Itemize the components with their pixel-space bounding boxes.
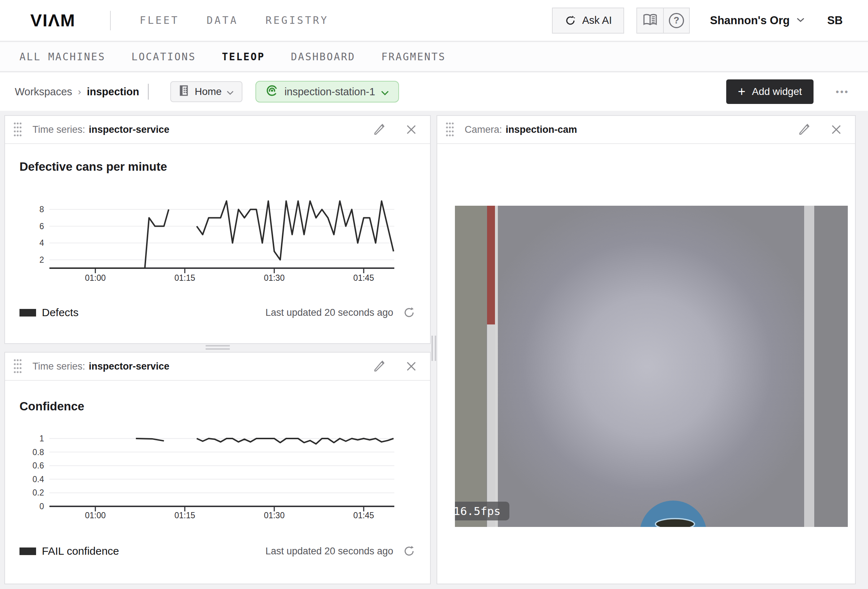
legend-swatch [19,548,36,555]
drag-handle-icon[interactable] [445,121,455,138]
confidence-line-chart: 00.20.40.60.8101:0001:1501:3001:45 [15,428,419,523]
widget-camera: Camera: inspection-cam 16.5fps [437,115,856,584]
tab-locations[interactable]: LOCATIONS [131,51,196,63]
book-icon [642,13,658,28]
camera-edge-line [495,206,498,527]
svg-text:0.4: 0.4 [32,475,44,484]
widget-resource-name: inspector-service [89,361,170,372]
user-avatar[interactable]: SB [827,14,843,27]
viam-logo: VIΛM [30,10,75,30]
camera-left-wall [455,206,487,527]
edit-pencil-icon[interactable] [373,360,385,373]
widget-type-label: Time series: [32,361,85,372]
widget-timeseries-defects: Time series: inspector-service Defective… [4,115,431,344]
workspace-toolbar: Workspaces › inspection Home i [0,73,868,111]
org-name: Shannon's Org [710,14,790,27]
svg-text:2: 2 [39,255,44,265]
plus-icon: + [738,85,745,98]
location-label: Home [195,86,222,98]
docs-button[interactable] [637,8,663,33]
horizontal-resize-handle[interactable] [206,345,230,350]
breadcrumb-workspaces[interactable]: Workspaces [15,86,72,98]
machine-name: inspection-station-1 [284,86,375,98]
widget-header: Camera: inspection-cam [437,116,855,144]
location-selector[interactable]: Home [170,81,243,102]
close-icon[interactable] [831,124,842,135]
drag-handle-icon[interactable] [13,121,22,138]
edit-pencil-icon[interactable] [798,123,810,136]
svg-text:01:30: 01:30 [264,511,285,520]
widget-resource-name: inspector-service [89,124,170,135]
add-widget-button[interactable]: + Add widget [726,79,813,104]
svg-text:01:00: 01:00 [85,511,106,520]
widget-header: Time series: inspector-service [5,116,430,144]
legend-swatch [19,309,36,317]
svg-text:0.8: 0.8 [32,447,44,457]
help-icon-group: ? [636,7,690,34]
widget-type-label: Camera: [465,124,502,135]
camera-right-wall [814,206,848,527]
org-switcher[interactable]: Shannon's Org [710,14,805,27]
vertical-resize-handle[interactable] [431,336,437,361]
camera-right-light-strip [804,206,814,527]
legend-label: Defects [42,306,79,319]
svg-text:4: 4 [39,238,44,247]
more-menu-icon[interactable]: ••• [836,87,849,97]
legend-label: FAIL confidence [42,545,119,557]
widget-header: Time series: inspector-service [5,352,430,381]
chevron-down-icon [381,86,389,98]
last-updated-text: Last updated 20 seconds ago [266,307,393,318]
help-icon: ? [669,13,684,28]
svg-text:01:30: 01:30 [264,273,285,283]
nav-item-registry[interactable]: REGISTRY [266,15,329,26]
workspace-name[interactable]: inspection [87,86,139,98]
header-divider [110,11,111,30]
camera-stream-image: 16.5fps [455,206,848,527]
svg-text:8: 8 [39,205,44,214]
nav-item-data[interactable]: DATA [207,15,238,26]
close-icon[interactable] [406,124,417,135]
building-icon [179,85,190,99]
widget-timeseries-confidence: Time series: inspector-service Confidenc… [4,352,431,584]
header-right: Ask AI ? Shannon's O [552,7,843,34]
top-header: VIΛM FLEET DATA REGISTRY Ask AI [0,0,868,41]
help-button[interactable]: ? [663,8,689,33]
fps-badge: 16.5fps [455,502,509,521]
tab-all-machines[interactable]: ALL MACHINES [19,51,105,63]
chart-title: Defective cans per minute [19,160,167,173]
svg-text:01:15: 01:15 [174,511,195,520]
nav-item-fleet[interactable]: FLEET [140,15,179,26]
refresh-icon[interactable] [403,545,416,558]
machine-selector[interactable]: inspection-station-1 [255,81,399,102]
primary-nav: FLEET DATA REGISTRY [140,15,329,26]
drag-handle-icon[interactable] [13,358,22,374]
breadcrumb-separator: › [78,86,81,98]
svg-text:6: 6 [39,222,44,231]
chart-legend-row: FAIL confidence Last updated 20 seconds … [19,543,416,559]
edit-pencil-icon[interactable] [373,123,385,136]
toolbar-right: + Add widget ••• [726,79,849,104]
chart-legend-row: Defects Last updated 20 seconds ago [19,305,416,321]
ai-sparkle-refresh-icon [564,15,577,27]
ask-ai-label: Ask AI [582,15,612,26]
widget-resource-name: inspection-cam [506,124,577,135]
tab-fragments[interactable]: FRAGMENTS [381,51,446,63]
svg-text:0.6: 0.6 [32,461,44,470]
last-updated-text: Last updated 20 seconds ago [266,546,393,557]
svg-text:01:00: 01:00 [85,273,106,283]
tab-teleop[interactable]: TELEOP [222,51,265,63]
refresh-icon[interactable] [403,306,416,319]
svg-text:01:45: 01:45 [353,273,374,283]
chart-title: Confidence [19,400,84,413]
tab-dashboard[interactable]: DASHBOARD [291,51,355,63]
svg-text:01:15: 01:15 [174,273,195,283]
defects-line-chart: 246801:0001:1501:3001:45 [15,197,419,290]
fleet-tabs: ALL MACHINES LOCATIONS TELEOP DASHBOARD … [0,42,868,72]
camera-red-fixture [487,206,495,324]
close-icon[interactable] [406,361,417,372]
ask-ai-button[interactable]: Ask AI [552,7,624,34]
widget-type-label: Time series: [32,124,85,135]
breadcrumb: Workspaces › inspection [15,84,149,100]
machine-online-icon [266,84,279,100]
svg-text:0.2: 0.2 [32,488,44,497]
